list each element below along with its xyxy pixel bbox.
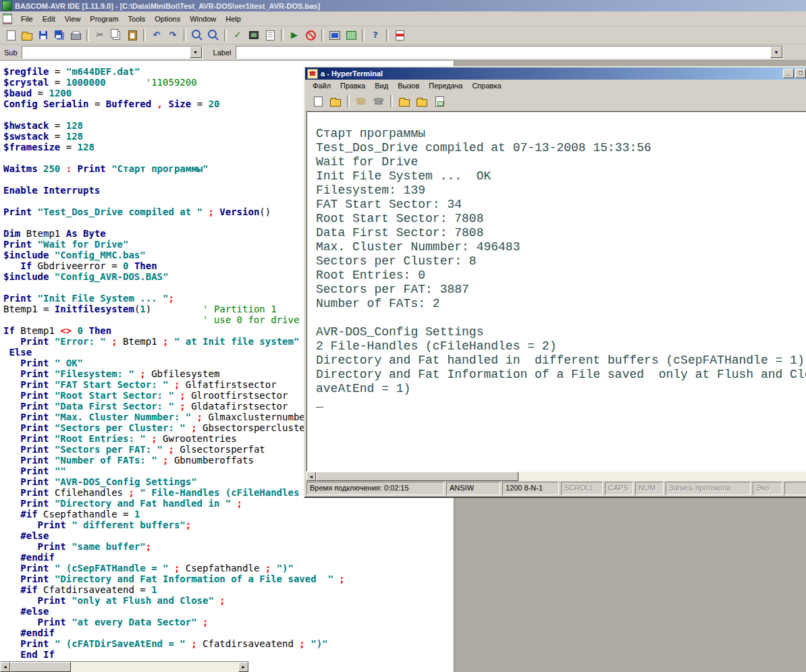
terminal-scroll-left-icon[interactable]: ◄ [306,472,316,481]
document-icon [3,13,12,24]
menu-file[interactable]: File [16,13,38,24]
code-line: #if Cfatdirsaveatend = 1 [3,584,454,595]
menu-options[interactable]: Options [150,13,185,24]
mdi-workspace: $regfile = "m644DEF.dat"$crystal = 10000… [0,61,806,672]
terminal-screen[interactable]: Старт программыTest_Dos_Drive compiled a… [306,111,806,472]
ht-menu-вид[interactable]: Вид [370,80,393,91]
ht-maximize-button[interactable]: □ [795,69,806,78]
terminal-line: aveAtEnd = 1) [316,382,806,396]
editor-scroll-track[interactable] [10,662,238,672]
show-result-button[interactable] [263,28,277,43]
properties-button[interactable] [431,93,448,109]
receive-file-button[interactable] [414,93,430,109]
compile-button[interactable] [246,28,261,43]
save-all-button[interactable] [52,28,67,43]
status-emulation: ANSIW [446,482,500,495]
hyperterminal-icon: ☎ [307,69,318,79]
lcd-designer-button[interactable] [344,28,358,43]
simulate-button[interactable]: ▶ [287,28,302,43]
terminal-line: Filesystem: 139 [316,184,806,198]
compile-icon [249,31,259,39]
copy-button[interactable] [109,28,124,43]
find-icon [192,30,200,38]
new-connection-button[interactable] [310,93,326,109]
disconnect-button[interactable]: ☎ [371,93,387,109]
find-next-icon [208,30,217,38]
sub-combo-dropdown-icon[interactable]: ▼ [190,47,202,58]
ht-menubar: ФайлПравкаВидВызовПередачаСправка [305,80,806,92]
bascom-app-icon [2,1,12,11]
open-connection-button[interactable] [327,93,344,109]
send-file-button[interactable] [396,93,412,109]
ht-menu-передача[interactable]: Передача [424,80,467,91]
code-line: Print " (cFATDirSaveAtEnd = " ; Cfatdirs… [3,638,454,649]
status-scroll-lock: SCROLL [561,482,603,495]
find-next-button[interactable] [206,28,221,43]
pdf-report-icon [396,30,404,40]
editor-scroll-right-icon[interactable]: ► [238,662,248,672]
ht-window-title: a - HyperTerminal [321,69,383,78]
editor-scroll-thumb[interactable] [10,662,71,672]
receive-file-icon [417,99,427,107]
menu-view[interactable]: View [60,13,86,24]
editor-hscrollbar[interactable]: ◄ ► [0,661,248,672]
find-button[interactable] [190,28,205,43]
menu-edit[interactable]: Edit [38,13,60,24]
redo-button[interactable]: ↷ [165,28,180,43]
main-menubar: FileEditViewProgramToolsOptionsWindowHel… [0,11,806,26]
copy-icon [111,29,118,38]
ht-menu-файл[interactable]: Файл [308,80,335,91]
ht-menu-правка[interactable]: Правка [335,80,370,91]
terminal-scroll-thumb[interactable] [316,472,518,481]
print-button[interactable] [68,28,83,43]
sub-combo[interactable]: ▼ [22,46,203,59]
menu-help[interactable]: Help [221,13,246,24]
terminal-emulator-icon [329,31,340,40]
label-combo[interactable]: ▼ [236,46,784,59]
cut-button[interactable]: ✂ [92,28,107,43]
terminal-line: Wait for Drive [316,155,806,169]
code-line: #endif [3,552,454,563]
show-result-icon [266,30,275,40]
main-toolbar-separator [224,29,227,41]
terminal-line: Directory and Fat handled in different b… [316,354,806,368]
code-line: #endif [3,627,454,638]
code-line: Print " different buffers"; [3,520,454,530]
open-file-button[interactable] [20,28,34,43]
disconnect-icon: ☎ [373,96,384,107]
program-chip-button[interactable] [303,28,318,43]
ht-toolbar-icons: ☎☎ [309,93,448,109]
terminal-hscrollbar[interactable]: ◄ ► [306,472,806,481]
menu-program[interactable]: Program [85,13,123,24]
ht-titlebar[interactable]: ☎ a - HyperTerminal _□× [305,67,806,80]
editor-scroll-left-icon[interactable]: ◄ [0,662,10,672]
terminal-output: Старт программыTest_Dos_Drive compiled a… [307,112,806,410]
status-num-lock: NUM [635,482,664,495]
terminal-line: 2 File-Handles (cFileHandles = 2) [316,339,806,354]
help-button[interactable]: ? [368,28,383,43]
paste-button[interactable] [125,28,140,43]
undo-button[interactable]: ↶ [149,28,164,43]
label-label: Label [213,49,232,57]
ht-menu-справка[interactable]: Справка [467,80,506,91]
ht-minimize-button[interactable]: _ [783,69,794,78]
ht-statusbar: Время подключения: 0:02:15 ANSIW 1200 8-… [306,482,806,495]
pdf-report-button[interactable] [392,28,407,43]
terminal-scroll-track[interactable] [316,472,806,481]
menu-window[interactable]: Window [185,13,221,24]
status-caps-lock: CAPS [605,482,633,495]
main-titlebar[interactable]: BASCOM-AVR IDE [1.11.9.0] - [C:\Data\Min… [0,0,806,11]
call-button[interactable]: ☎ [353,93,369,109]
main-window-title: BASCOM-AVR IDE [1.11.9.0] - [C:\Data\Min… [15,2,320,10]
label-combo-dropdown-icon[interactable]: ▼ [770,47,782,58]
main-toolbar: ✂↶↷✓▶? [0,26,806,45]
terminal-emulator-button[interactable] [327,28,342,43]
cut-icon: ✂ [97,30,104,40]
status-connection-time: Время подключения: 0:02:15 [306,482,444,495]
new-file-button[interactable] [3,28,18,43]
main-toolbar-separator [386,29,389,41]
save-button[interactable] [36,28,51,43]
syntax-check-button[interactable]: ✓ [230,28,245,43]
ht-menu-вызов[interactable]: Вызов [393,80,424,91]
menu-tools[interactable]: Tools [124,13,151,24]
